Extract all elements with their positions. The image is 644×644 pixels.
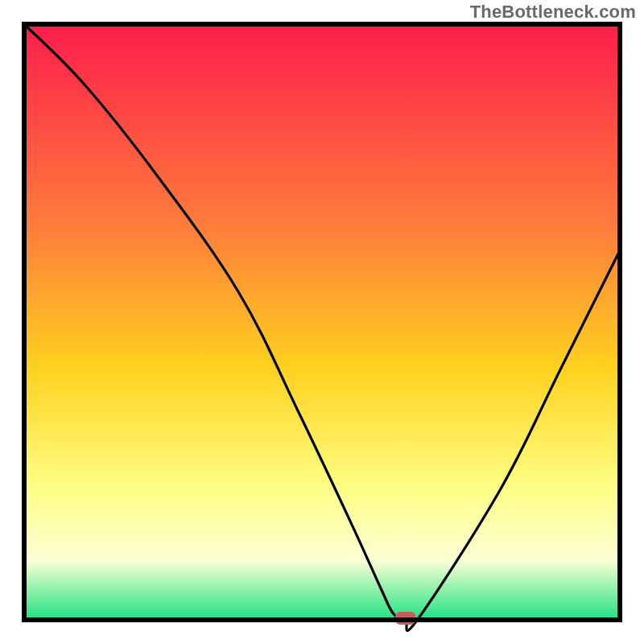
bottleneck-chart (0, 0, 644, 644)
chart-frame: TheBottleneck.com (0, 0, 644, 644)
plot-background (24, 24, 620, 620)
watermark-label: TheBottleneck.com (470, 2, 636, 23)
